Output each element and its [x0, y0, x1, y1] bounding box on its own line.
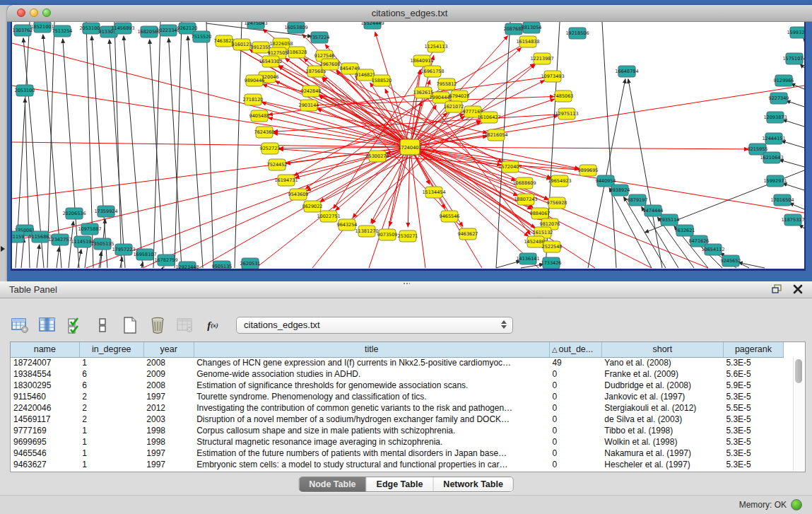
graph-node[interactable]: 6879197: [628, 194, 648, 206]
column-header-name[interactable]: name: [11, 342, 79, 357]
graph-node[interactable]: 10688609: [512, 177, 536, 189]
memory-status[interactable]: Memory: OK: [739, 499, 802, 510]
table-row[interactable]: 911546021997Tourette syndrome. Phenomeno…: [11, 391, 784, 402]
graph-node[interactable]: 7515520: [192, 31, 212, 42]
graph-node[interactable]: 9899695: [578, 165, 599, 176]
graph-node[interactable]: 19218506: [565, 28, 589, 39]
table-row[interactable]: 1830029562008Estimation of significance …: [11, 380, 784, 391]
tab-node-table[interactable]: Node Table: [299, 477, 366, 491]
delete-table-icon[interactable]: [175, 315, 195, 335]
graph-node[interactable]: 9073509: [377, 229, 398, 240]
citation-network-graph[interactable]: 7463822916012389123551822605891275051654…: [12, 22, 804, 269]
graph-node[interactable]: 12093873: [763, 112, 787, 123]
graph-node[interactable]: 9756928: [547, 197, 567, 209]
graph-node[interactable]: 9160123: [232, 39, 252, 50]
graph-node[interactable]: 16194731: [274, 175, 298, 186]
tab-network-table[interactable]: Network Table: [433, 477, 513, 491]
table-row[interactable]: 2242004622012Investigating the contribut…: [11, 402, 784, 414]
network-canvas[interactable]: 7463822916012389123551822605891275051654…: [11, 22, 806, 271]
graph-node[interactable]: 9252723: [260, 143, 281, 154]
table-row[interactable]: 1456911722003Disruption of a novel membe…: [11, 414, 784, 425]
graph-node[interactable]: 19654923: [548, 175, 571, 187]
graph-node[interactable]: 8938924: [610, 185, 630, 196]
table-row[interactable]: 946362711997Embryonic stem cells: a mode…: [11, 459, 784, 470]
function-builder-icon[interactable]: f(x): [203, 315, 223, 335]
graph-node[interactable]: 9463627: [458, 228, 478, 240]
graph-node[interactable]: 1621072: [444, 101, 464, 112]
graph-node[interactable]: 9129966: [774, 75, 794, 86]
float-panel-icon[interactable]: [771, 284, 782, 295]
graph-node[interactable]: 7632621: [675, 225, 695, 236]
graph-node[interactable]: 9227349: [769, 93, 789, 104]
graph-node[interactable]: 1733426: [541, 257, 562, 269]
graph-node[interactable]: 11381270: [355, 226, 378, 237]
table-vertical-scrollbar[interactable]: [793, 358, 804, 471]
graph-node[interactable]: 16053809: [284, 22, 307, 33]
tab-edge-table[interactable]: Edge Table: [367, 477, 434, 491]
graph-node[interactable]: 12444151: [762, 133, 785, 144]
graph-node[interactable]: 9884067: [530, 208, 551, 219]
column-header-pagerank[interactable]: pagerank: [723, 342, 783, 357]
graph-node[interactable]: 10022751: [317, 211, 340, 222]
graph-node[interactable]: 18521001: [30, 22, 54, 33]
graph-node[interactable]: 10973493: [541, 71, 564, 82]
graph-node[interactable]: 15993289: [787, 27, 804, 38]
graph-node[interactable]: 15992971: [763, 175, 787, 187]
graph-node[interactable]: 12213987: [530, 53, 553, 64]
graph-node[interactable]: 9643254: [337, 219, 358, 230]
graph-node[interactable]: 2718120: [243, 94, 264, 105]
column-header-in_degree[interactable]: in_degree: [79, 342, 143, 357]
graph-node[interactable]: 9505135: [212, 261, 233, 269]
graph-node[interactable]: 9242848: [301, 86, 322, 97]
graph-node[interactable]: 15524449: [360, 22, 384, 29]
graph-node[interactable]: 2053100: [15, 85, 35, 96]
graph-node[interactable]: 7955812: [437, 78, 457, 90]
graph-node[interactable]: 15134454: [422, 187, 445, 198]
graph-hub-node[interactable]: 17240407: [398, 139, 421, 155]
select-all-icon[interactable]: [65, 315, 85, 335]
graph-node[interactable]: 16961758: [420, 66, 444, 77]
graph-node[interactable]: 1588520: [372, 75, 392, 86]
graph-node[interactable]: 7513254: [52, 25, 73, 37]
window-titlebar[interactable]: citations_edges.txt: [7, 5, 812, 22]
graph-node[interactable]: 2522548: [542, 241, 563, 252]
graph-node[interactable]: 7624360: [254, 127, 275, 138]
table-row[interactable]: 946554611997Estimation of the future num…: [11, 448, 784, 459]
graph-node[interactable]: 9890446: [245, 75, 265, 86]
table-row[interactable]: 969969511998Structural magnetic resonanc…: [11, 436, 784, 448]
column-header-short[interactable]: short: [601, 342, 723, 357]
delete-entries-icon[interactable]: [148, 315, 167, 335]
graph-node[interactable]: 17016504: [770, 194, 794, 206]
graph-node[interactable]: 18640910: [410, 55, 433, 66]
column-header-title[interactable]: title: [194, 342, 549, 357]
graph-node[interactable]: 2620531: [240, 258, 261, 269]
graph-node[interactable]: 2903144: [299, 100, 319, 111]
graph-node[interactable]: 12475043: [244, 22, 267, 29]
graph-node[interactable]: 10654112: [701, 244, 724, 255]
graph-node[interactable]: 1303762: [13, 25, 33, 36]
graph-node[interactable]: 12975113: [555, 108, 578, 119]
panel-drag-handle[interactable]: [403, 282, 410, 285]
graph-node[interactable]: 12923448: [175, 262, 199, 269]
graph-node[interactable]: 2967608: [320, 59, 341, 70]
graph-node[interactable]: 16958107: [133, 249, 156, 260]
graph-node[interactable]: 931159: [12, 231, 24, 243]
graph-node[interactable]: 16543302: [259, 56, 282, 67]
table-options-icon[interactable]: [10, 315, 30, 335]
clear-selection-icon[interactable]: [93, 315, 112, 335]
graph-node[interactable]: 13505135: [90, 238, 114, 250]
graph-node[interactable]: 15720407: [498, 161, 522, 173]
graph-node[interactable]: 10975887: [78, 223, 101, 235]
table-row[interactable]: 1938455462009Genome-wide association stu…: [11, 368, 784, 380]
show-columns-icon[interactable]: [37, 315, 57, 335]
graph-node[interactable]: 7485063: [553, 90, 574, 102]
graph-node[interactable]: 9474444: [643, 205, 664, 216]
graph-node[interactable]: 11254113: [424, 41, 447, 52]
graph-node[interactable]: 8813054: [522, 22, 542, 33]
graph-node[interactable]: 11875317: [781, 214, 804, 226]
graph-node[interactable]: 16154838: [516, 36, 539, 47]
graph-node[interactable]: 8629022: [302, 201, 323, 212]
graph-node[interactable]: 25300275: [365, 151, 389, 162]
graph-node[interactable]: 16106427: [477, 112, 500, 123]
table-row[interactable]: 977716911998Corpus callosum shape and si…: [11, 425, 784, 436]
